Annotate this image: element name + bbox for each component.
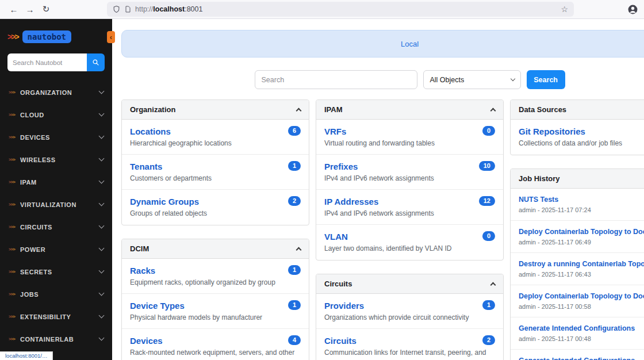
item-description: Layer two domains, identified by VLAN ID: [324, 244, 495, 253]
sidebar-item-label: POWER: [20, 246, 45, 253]
device-types-link[interactable]: Device Types: [130, 300, 185, 311]
dynamic-groups-link[interactable]: Dynamic Groups: [130, 196, 199, 207]
sidebar-item-label: ORGANIZATION: [20, 89, 72, 96]
home-column-2: IPAM VRFs0 Virtual routing and forwardin…: [316, 99, 504, 360]
nautobot-wordmark: nautobot: [22, 30, 71, 43]
circuits-card: Circuits Providers1 Organizations which …: [316, 274, 504, 360]
job-result-link[interactable]: Generate Intended Configurations: [519, 324, 644, 333]
count-badge[interactable]: 2: [482, 335, 495, 345]
card-item: Providers1 Organizations which provide c…: [316, 294, 503, 329]
count-badge[interactable]: 1: [288, 300, 301, 310]
shield-icon[interactable]: [113, 5, 120, 13]
circuits-link[interactable]: Circuits: [324, 335, 356, 346]
chevron-down-icon: [99, 156, 105, 162]
profile-account-icon[interactable]: [627, 4, 638, 15]
item-description: Groups of related objects: [130, 209, 301, 218]
url-text: http://localhost:8001: [135, 5, 202, 13]
sidebar-item-jobs[interactable]: >>>JOBS: [0, 283, 112, 305]
vlan-link[interactable]: VLAN: [324, 231, 348, 242]
ip-addresses-link[interactable]: IP Addresses: [324, 196, 378, 207]
prefixes-link[interactable]: Prefixes: [324, 161, 358, 172]
sidebar-item-virtualization[interactable]: >>>VIRTUALIZATION: [0, 193, 112, 216]
search-button[interactable]: Search: [527, 70, 565, 89]
sidebar-search: [7, 53, 105, 71]
sidebar-search-input[interactable]: [7, 53, 87, 71]
providers-link[interactable]: Providers: [324, 300, 364, 311]
search-icon: [92, 59, 99, 66]
sidebar-search-button[interactable]: [87, 53, 105, 71]
data-sources-card: Data Sources Git Repositories Collection…: [510, 99, 644, 155]
racks-link[interactable]: Racks: [130, 265, 155, 276]
sidebar-item-power[interactable]: >>>POWER: [0, 238, 112, 261]
count-badge[interactable]: 1: [288, 161, 301, 171]
count-badge[interactable]: 2: [288, 196, 301, 206]
tenants-link[interactable]: Tenants: [130, 161, 162, 172]
nautobot-logo[interactable]: >>> nautobot: [0, 28, 112, 46]
back-icon[interactable]: ←: [6, 2, 22, 17]
count-badge[interactable]: 0: [482, 126, 495, 136]
item-description: Virtual routing and forwarding tables: [324, 139, 495, 148]
count-badge[interactable]: 0: [482, 231, 495, 241]
job-result-link[interactable]: Destroy a running Containerlab Topology …: [519, 259, 644, 269]
job-history-card: Job History NUTS Tests admin - 2025-11-1…: [510, 168, 644, 360]
job-result-link[interactable]: NUTS Tests: [519, 195, 644, 204]
count-badge[interactable]: 1: [482, 300, 495, 310]
organization-card: Organization Locations6 Hierarchical geo…: [121, 99, 309, 225]
main-content: Local All Objects Search Organization: [112, 19, 644, 360]
item-description: Rack-mounted network equipment, servers,…: [130, 348, 301, 357]
sidebar-item-secrets[interactable]: >>>SECRETS: [0, 261, 112, 283]
job-result-link[interactable]: Deploy Containerlab Topology to Docker: [519, 292, 644, 301]
count-badge[interactable]: 6: [288, 126, 301, 136]
chevron-up-icon[interactable]: [296, 247, 302, 253]
environment-banner: Local: [121, 30, 644, 58]
page-info-icon[interactable]: [124, 5, 131, 13]
card-title: IPAM: [324, 105, 343, 114]
sidebar-item-wireless[interactable]: >>>WIRELESS: [0, 148, 112, 171]
sidebar-item-devices[interactable]: >>>DEVICES: [0, 126, 112, 148]
sidebar-item-label: CIRCUITS: [20, 224, 52, 231]
devices-link[interactable]: Devices: [130, 335, 163, 346]
sidebar-item-label: EXTENSIBILITY: [20, 313, 71, 320]
chevron-up-icon[interactable]: [490, 108, 496, 114]
global-search-row: All Objects Search: [255, 70, 565, 89]
job-result-link[interactable]: Deploy Containerlab Topology to Docker: [519, 227, 644, 236]
job-result-link[interactable]: Generate Intended Configurations: [519, 356, 644, 360]
nav-arrows-icon: >>>: [9, 269, 15, 274]
reload-icon[interactable]: ↻: [38, 2, 54, 17]
count-badge[interactable]: 12: [479, 196, 495, 206]
item-description: Organizations which provide circuit conn…: [324, 313, 495, 322]
forward-icon[interactable]: →: [22, 2, 38, 17]
sidebar-item-circuits[interactable]: >>>CIRCUITS: [0, 216, 112, 238]
sidebar-item-ipam[interactable]: >>>IPAM: [0, 171, 112, 193]
chevron-up-icon[interactable]: [490, 282, 496, 288]
sidebar-item-label: SECRETS: [20, 269, 52, 275]
count-badge[interactable]: 1: [288, 265, 301, 275]
card-title: Organization: [130, 105, 175, 114]
url-bar[interactable]: http://localhost:8001 ☆: [107, 2, 574, 17]
bookmark-star-icon[interactable]: ☆: [561, 5, 568, 14]
job-history-item: Destroy a running Containerlab Topology …: [511, 253, 644, 285]
card-title: Job History: [519, 174, 560, 183]
vrfs-link[interactable]: VRFs: [324, 126, 346, 137]
nav-arrows-icon: >>>: [9, 292, 15, 297]
chevron-up-icon[interactable]: [296, 108, 302, 114]
card-title: Data Sources: [519, 105, 566, 114]
locations-link[interactable]: Locations: [130, 126, 171, 137]
sidebar-item-organization[interactable]: >>>ORGANIZATION: [0, 81, 112, 104]
card-item: Circuits2 Communication links for Intern…: [316, 329, 503, 360]
count-badge[interactable]: 4: [288, 335, 301, 345]
sidebar-item-extensibility[interactable]: >>>EXTENSIBILITY: [0, 305, 112, 328]
global-search-input[interactable]: [255, 70, 418, 89]
home-column-3: Data Sources Git Repositories Collection…: [510, 99, 644, 360]
item-description: Communication links for Internet transit…: [324, 348, 495, 357]
item-description: Collections of data and/or job files: [519, 139, 644, 148]
item-description: Customers or departments: [130, 174, 301, 183]
home-column-1: Organization Locations6 Hierarchical geo…: [121, 99, 309, 360]
sidebar-item-cloud[interactable]: >>>CLOUD: [0, 104, 112, 126]
count-badge[interactable]: 10: [479, 161, 495, 171]
sidebar-collapse-button[interactable]: ‹: [107, 31, 115, 43]
object-type-select[interactable]: All Objects: [423, 70, 520, 89]
sidebar-item-containerlab[interactable]: >>>CONTAINERLAB: [0, 328, 112, 350]
job-result-meta: admin - 2025-11-17 06:43: [519, 271, 644, 278]
git-repositories-link[interactable]: Git Repositories: [519, 126, 585, 137]
